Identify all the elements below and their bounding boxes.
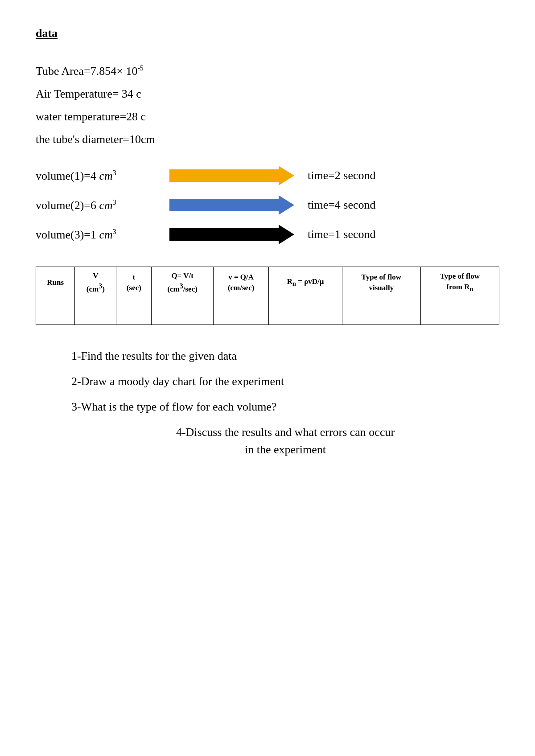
volume-2-label: volume(2)=6 cm3 bbox=[36, 198, 160, 212]
arrow-head-blue bbox=[279, 195, 294, 215]
volumes-section: volume(1)=4 cm3 time=2 second volume(2)=… bbox=[36, 166, 499, 244]
data-info-section: Tube Area=7.854× 10-5 Air Temperature= 3… bbox=[36, 62, 499, 148]
volume-row-3: volume(3)=1 cm3 time=1 second bbox=[36, 225, 499, 244]
data-table: Runs V(cm3) t(sec) Q= V/t(cm3/sec) v = Q… bbox=[36, 267, 499, 325]
tube-area: Tube Area=7.854× 10-5 bbox=[36, 62, 499, 80]
volume-row-2: volume(2)=6 cm3 time=4 second bbox=[36, 195, 499, 215]
arrow-blue bbox=[169, 195, 294, 215]
col-q: Q= V/t(cm3/sec) bbox=[152, 267, 213, 298]
page-title: data bbox=[36, 27, 499, 40]
arrow-head-black bbox=[279, 225, 294, 244]
table-header-row: Runs V(cm3) t(sec) Q= V/t(cm3/sec) v = Q… bbox=[36, 267, 499, 298]
arrow-body-blue bbox=[169, 199, 279, 211]
question-1: 1-Find the results for the given data bbox=[71, 347, 499, 365]
volume-3-label: volume(3)=1 cm3 bbox=[36, 228, 160, 242]
cell-runs bbox=[36, 298, 75, 325]
table-section: Runs V(cm3) t(sec) Q= V/t(cm3/sec) v = Q… bbox=[36, 267, 499, 325]
water-temperature: water temperature=28 c bbox=[36, 108, 499, 125]
volume-1-time: time=2 second bbox=[308, 169, 376, 182]
cell-v bbox=[75, 298, 116, 325]
volume-2-time: time=4 second bbox=[308, 198, 376, 212]
arrow-body-yellow bbox=[169, 169, 279, 182]
col-flow-rn: Type of flowfrom Rn bbox=[420, 267, 499, 298]
page-container: data Tube Area=7.854× 10-5 Air Temperatu… bbox=[36, 27, 499, 458]
col-rn: Rn = ρvD/μ bbox=[269, 267, 342, 298]
air-temperature: Air Temperature= 34 c bbox=[36, 85, 499, 103]
arrow-black bbox=[169, 225, 294, 244]
table-row bbox=[36, 298, 499, 325]
volume-row-1: volume(1)=4 cm3 time=2 second bbox=[36, 166, 499, 185]
cell-v2 bbox=[213, 298, 269, 325]
col-v: V(cm3) bbox=[75, 267, 116, 298]
questions-section: 1-Find the results for the given data 2-… bbox=[36, 347, 499, 458]
cell-t bbox=[116, 298, 152, 325]
tube-diameter: the tube's diameter=10cm bbox=[36, 131, 499, 148]
arrow-head-yellow bbox=[279, 166, 294, 185]
volume-3-time: time=1 second bbox=[308, 228, 376, 241]
question-2: 2-Draw a moody day chart for the experim… bbox=[71, 373, 499, 390]
question-3: 3-What is the type of flow for each volu… bbox=[71, 398, 499, 415]
cell-rn bbox=[269, 298, 342, 325]
col-t: t(sec) bbox=[116, 267, 152, 298]
col-flow-visually: Type of flowvisually bbox=[342, 267, 420, 298]
arrow-yellow bbox=[169, 166, 294, 185]
cell-flow-rn bbox=[420, 298, 499, 325]
cell-q bbox=[152, 298, 213, 325]
cell-flow-visually bbox=[342, 298, 420, 325]
volume-1-label: volume(1)=4 cm3 bbox=[36, 169, 160, 183]
col-v2: v = Q/A(cm/sec) bbox=[213, 267, 269, 298]
question-4: 4-Discuss the results and what errors ca… bbox=[71, 423, 499, 458]
col-runs: Runs bbox=[36, 267, 75, 298]
arrow-body-black bbox=[169, 228, 279, 241]
